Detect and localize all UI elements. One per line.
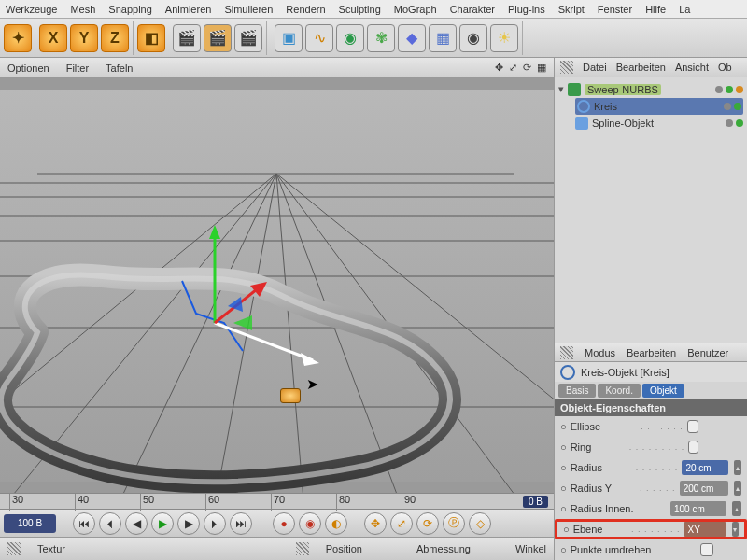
- winkel-label: Winkel: [515, 543, 546, 554]
- menu-animieren[interactable]: Animieren: [165, 4, 212, 15]
- menu-plugins[interactable]: Plug-ins: [508, 4, 545, 15]
- punkte-checkbox[interactable]: [700, 543, 713, 556]
- timeline-ruler[interactable]: 30 40 50 60 70 80 90 0 B: [0, 493, 554, 510]
- tree-label-spline: Spline-Objekt: [592, 118, 654, 129]
- go-end-button[interactable]: ⏭: [230, 512, 252, 535]
- grip-icon-2[interactable]: [296, 542, 309, 555]
- tick-60: 60: [205, 494, 219, 511]
- menu-hilfe[interactable]: Hilfe: [645, 4, 666, 15]
- rot-key-icon[interactable]: ⟳: [416, 512, 439, 535]
- view-rotate-icon[interactable]: ⟳: [523, 62, 531, 74]
- menu-layout[interactable]: La: [679, 4, 690, 15]
- axis-x-button[interactable]: X: [39, 24, 67, 52]
- param-key-icon[interactable]: Ⓟ: [443, 512, 465, 535]
- array-icon[interactable]: ✾: [367, 24, 395, 52]
- pos-key-icon[interactable]: ✥: [364, 512, 387, 535]
- prop-ebene-label: Ebene: [573, 524, 603, 535]
- next-frame-button[interactable]: ▶: [177, 512, 200, 535]
- tab-objekt[interactable]: Objekt: [642, 384, 684, 398]
- main-menubar: Werkzeuge Mesh Snapping Animieren Simuli…: [0, 0, 747, 19]
- object-manager-tree[interactable]: ▾ Sweep-NURBS Kreis Spline-Objekt: [555, 77, 747, 343]
- cube-primitive-icon[interactable]: ▣: [275, 24, 303, 52]
- ring-checkbox[interactable]: [688, 441, 698, 454]
- grip-icon-attr[interactable]: [560, 346, 573, 359]
- camera-icon[interactable]: ◉: [459, 24, 487, 52]
- section-objekt-eigenschaften: Objekt-Eigenschaften: [555, 399, 747, 416]
- ebene-dropdown[interactable]: XY: [684, 522, 726, 537]
- attr-benutzer[interactable]: Benutzer: [687, 347, 728, 358]
- om-objekte[interactable]: Ob: [718, 62, 732, 73]
- tick-90: 90: [402, 494, 416, 511]
- render-view-icon[interactable]: 🎬: [173, 24, 201, 52]
- textur-label: Textur: [37, 543, 65, 554]
- attr-modus[interactable]: Modus: [585, 347, 615, 358]
- tab-basis[interactable]: Basis: [558, 384, 596, 398]
- prev-key-button[interactable]: ⏴: [99, 512, 121, 535]
- play-button[interactable]: ▶: [151, 512, 174, 535]
- expand-icon[interactable]: ▾: [558, 83, 564, 95]
- end-frame-field[interactable]: 100 B: [4, 514, 56, 533]
- grip-icon[interactable]: [7, 542, 21, 555]
- tree-item-kreis[interactable]: Kreis: [575, 98, 743, 115]
- view-tafeln[interactable]: Tafeln: [106, 63, 133, 74]
- attr-bearbeiten[interactable]: Bearbeiten: [627, 347, 676, 358]
- light-icon[interactable]: ☀: [490, 24, 518, 52]
- prop-radius-y: ○Radius Y . . . . . . 200 cm ▴: [555, 478, 747, 498]
- menu-mograph[interactable]: MoGraph: [394, 4, 437, 15]
- perspective-viewport[interactable]: ➤: [0, 78, 554, 493]
- om-ansicht[interactable]: Ansicht: [675, 62, 709, 73]
- view-filter[interactable]: Filter: [66, 63, 89, 74]
- radius-spinner[interactable]: ▴: [734, 460, 741, 475]
- pla-key-icon[interactable]: ◇: [469, 512, 491, 535]
- tree-item-sweep[interactable]: ▾ Sweep-NURBS: [558, 81, 743, 98]
- menu-sculpting[interactable]: Sculpting: [339, 4, 381, 15]
- axis-y-button[interactable]: Y: [70, 24, 98, 52]
- attribute-tabs: Basis Koord. Objekt: [555, 382, 747, 399]
- menu-mesh[interactable]: Mesh: [70, 4, 95, 15]
- record-button[interactable]: ●: [273, 512, 295, 535]
- render-settings-icon[interactable]: 🎬: [234, 24, 262, 52]
- playback-bar: 100 B ⏮ ⏴ ◀ ▶ ▶ ⏵ ⏭ ● ◉ ◐ ✥ ⤢ ⟳ Ⓟ ◇: [0, 510, 554, 538]
- menu-charakter[interactable]: Charakter: [450, 4, 495, 15]
- menu-skript[interactable]: Skript: [558, 4, 585, 15]
- scale-key-icon[interactable]: ⤢: [390, 512, 413, 535]
- grip-icon-om[interactable]: [560, 61, 573, 74]
- property-list: ○Ellipse . . . . . . . ○Ring . . . . . .…: [555, 416, 747, 560]
- position-label: Position: [326, 543, 362, 554]
- tab-koord[interactable]: Koord.: [598, 384, 640, 398]
- tree-item-spline[interactable]: Spline-Objekt: [575, 115, 743, 132]
- prev-frame-button[interactable]: ◀: [125, 512, 148, 535]
- tick-30: 30: [9, 494, 23, 511]
- next-key-button[interactable]: ⏵: [204, 512, 226, 535]
- radius-field[interactable]: 20 cm: [682, 460, 728, 475]
- menu-werkzeuge[interactable]: Werkzeuge: [6, 4, 57, 15]
- deformer-icon[interactable]: ◆: [398, 24, 426, 52]
- ebene-dropdown-arrow[interactable]: ▾: [732, 522, 739, 537]
- nurbs-icon[interactable]: ◉: [336, 24, 364, 52]
- autokey-button[interactable]: ◉: [299, 512, 321, 535]
- keyframe-sel-button[interactable]: ◐: [325, 512, 347, 535]
- menu-snapping[interactable]: Snapping: [108, 4, 152, 15]
- view-layout-icon[interactable]: ▦: [537, 62, 546, 74]
- object-manager-menu: Datei Bearbeiten Ansicht Ob: [555, 58, 747, 77]
- tick-70: 70: [271, 494, 285, 511]
- coord-system-icon[interactable]: ◧: [137, 24, 165, 52]
- attribute-manager-menu: Modus Bearbeiten Benutzer: [555, 343, 747, 362]
- prop-ellipse-label: Ellipse: [571, 421, 600, 432]
- render-region-icon[interactable]: 🎬: [204, 24, 232, 52]
- view-optionen[interactable]: Optionen: [7, 63, 49, 74]
- om-bearbeiten[interactable]: Bearbeiten: [616, 62, 666, 73]
- axis-z-button[interactable]: Z: [101, 24, 129, 52]
- live-select-icon[interactable]: ✦: [4, 24, 32, 52]
- menu-simulieren[interactable]: Simulieren: [224, 4, 273, 15]
- menu-rendern[interactable]: Rendern: [286, 4, 325, 15]
- spline-tool-icon[interactable]: ∿: [305, 24, 333, 52]
- om-datei[interactable]: Datei: [583, 62, 607, 73]
- menu-fenster[interactable]: Fenster: [598, 4, 632, 15]
- timeline-frame-indicator: 0 B: [523, 496, 548, 508]
- go-start-button[interactable]: ⏮: [73, 512, 95, 535]
- view-pan-icon[interactable]: ✥: [495, 62, 503, 74]
- environment-icon[interactable]: ▦: [429, 24, 457, 52]
- view-zoom-icon[interactable]: ⤢: [509, 62, 517, 74]
- ellipse-checkbox[interactable]: [687, 420, 698, 433]
